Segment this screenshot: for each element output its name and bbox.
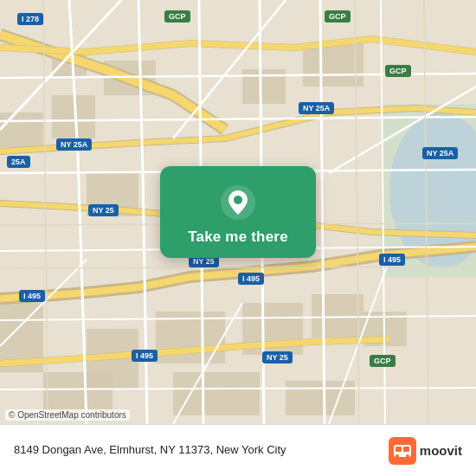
moovit-icon <box>389 437 416 465</box>
shield-gcp4: GCP <box>370 355 396 367</box>
location-pin-icon <box>219 183 257 222</box>
shield-i495-4: I 495 <box>132 350 158 362</box>
moovit-text: moovit <box>420 443 462 458</box>
address-label: 8149 Dongan Ave, Elmhurst, NY 11373, New… <box>14 442 286 458</box>
svg-point-25 <box>396 454 399 458</box>
shield-gcp2: GCP <box>325 10 351 23</box>
shield-gcp1: GCP <box>164 10 190 23</box>
shield-ny25-3: NY 25 <box>262 351 293 363</box>
svg-point-26 <box>406 454 409 458</box>
shield-ny25a1: NY 25A <box>56 138 92 151</box>
moovit-logo: moovit <box>389 437 462 465</box>
shield-ny25a2: NY 25A <box>299 102 334 114</box>
shield-i278: I 278 <box>17 13 43 25</box>
svg-rect-6 <box>0 113 43 147</box>
shield-ny25-right: NY 25A <box>422 147 458 159</box>
take-me-there-label: Take me there <box>188 228 288 246</box>
action-card[interactable]: Take me there <box>160 166 316 258</box>
shield-i495-1: I 495 <box>19 290 45 302</box>
shield-i495-2: I 495 <box>238 273 264 285</box>
shield-i495-3: I 495 <box>379 254 405 266</box>
svg-rect-24 <box>403 447 409 452</box>
shield-ny25-1: NY 25 <box>88 204 119 216</box>
osm-attribution: © OpenStreetMap contributors <box>5 409 130 421</box>
shield-gcp3: GCP <box>385 65 411 77</box>
svg-rect-17 <box>286 381 355 415</box>
footer-bar: 8149 Dongan Ave, Elmhurst, NY 11373, New… <box>0 424 476 476</box>
svg-rect-13 <box>312 294 363 338</box>
svg-rect-7 <box>303 43 363 87</box>
svg-rect-23 <box>396 447 402 452</box>
shield-25a-left: 25A <box>7 156 30 168</box>
svg-point-20 <box>234 196 242 204</box>
svg-rect-5 <box>52 95 95 138</box>
map-view: I 278 GCP GCP GCP 25A NY 25A NY 25A NY 2… <box>0 0 476 424</box>
svg-rect-16 <box>173 372 260 415</box>
